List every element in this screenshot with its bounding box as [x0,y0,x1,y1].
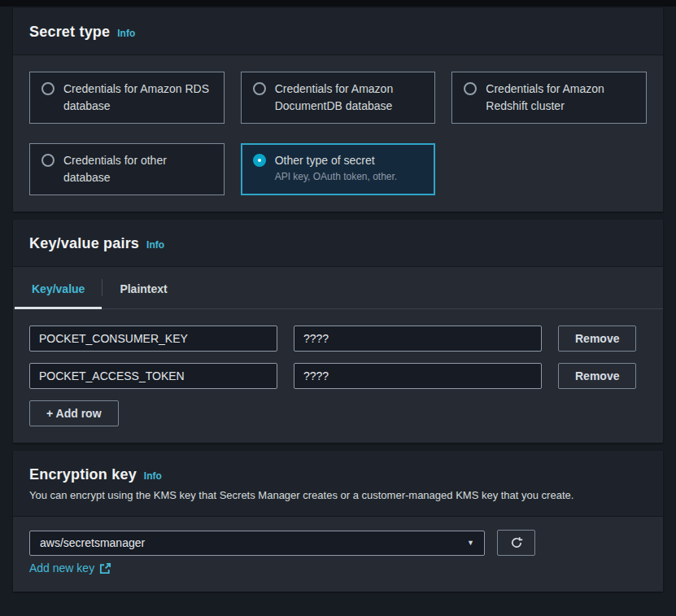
option-label: Other type of secret [275,152,398,169]
radio-unselected-icon [41,82,55,95]
add-row-button[interactable]: + Add row [29,400,119,426]
secret-value-input-1[interactable] [294,325,542,352]
remove-row-button-2[interactable]: Remove [558,363,636,389]
create-secret-form: Secret type Info Credentials for Amazon … [0,7,676,592]
encryption-key-title: Encryption key [29,466,137,483]
secret-type-info-link[interactable]: Info [117,28,135,39]
key-value-tabs: Key/value Plaintext [13,267,663,309]
add-new-key-link[interactable]: Add new key [29,561,111,574]
secret-type-title: Secret type [29,24,110,41]
external-link-icon [99,562,111,574]
caret-down-icon: ▼ [467,540,474,547]
top-divider [0,0,676,7]
key-value-pairs-info-link[interactable]: Info [146,239,164,251]
key-value-pairs-section: Key/value pairs Info Key/value Plaintext… [13,220,663,443]
secret-type-options: Credentials for Amazon RDS database Cred… [13,55,663,212]
key-value-pairs-header: Key/value pairs Info [13,220,663,267]
option-credentials-redshift[interactable]: Credentials for Amazon Redshift cluster [451,72,647,124]
secret-key-input-1[interactable] [29,325,277,352]
refresh-keys-button[interactable] [497,530,535,556]
option-description: API key, OAuth token, other. [275,170,398,184]
key-value-pairs-title: Key/value pairs [29,235,139,252]
option-label: Credentials for Amazon Redshift cluster [486,81,635,115]
secret-value-input-2[interactable] [294,363,542,389]
option-label: Credentials for Amazon DocumentDB databa… [275,81,424,115]
tab-plaintext[interactable]: Plaintext [102,267,184,308]
option-credentials-documentdb[interactable]: Credentials for Amazon DocumentDB databa… [241,72,436,124]
secret-key-input-2[interactable] [29,363,277,389]
remove-row-button-1[interactable]: Remove [558,325,636,352]
option-other-type-of-secret[interactable]: Other type of secret API key, OAuth toke… [241,143,436,195]
encryption-key-section: Encryption key Info You can encrypt usin… [13,451,663,592]
encryption-key-description: You can encrypt using the KMS key that S… [29,489,647,502]
option-credentials-rds[interactable]: Credentials for Amazon RDS database [29,72,225,124]
option-credentials-other-database[interactable]: Credentials for other database [29,143,225,195]
encryption-key-header: Encryption key Info You can encrypt usin… [13,451,663,517]
radio-selected-icon [253,154,266,167]
kms-key-select[interactable]: aws/secretsmanager ▼ [29,531,485,556]
secret-type-section: Secret type Info Credentials for Amazon … [13,8,663,212]
option-label: Credentials for Amazon RDS database [63,81,212,115]
kms-key-selected-value: aws/secretsmanager [40,536,145,549]
add-new-key-label: Add new key [29,561,94,574]
encryption-key-info-link[interactable]: Info [144,470,162,482]
encryption-key-controls: aws/secretsmanager ▼ Add new key [13,517,663,592]
tab-key-value[interactable]: Key/value [15,267,102,308]
radio-unselected-icon [41,154,55,167]
radio-unselected-icon [464,82,477,95]
refresh-icon [510,536,523,549]
secret-type-header: Secret type Info [13,8,663,55]
key-value-editor: Remove Remove + Add row [13,309,663,443]
radio-unselected-icon [253,82,266,95]
option-label: Credentials for other database [63,152,212,186]
